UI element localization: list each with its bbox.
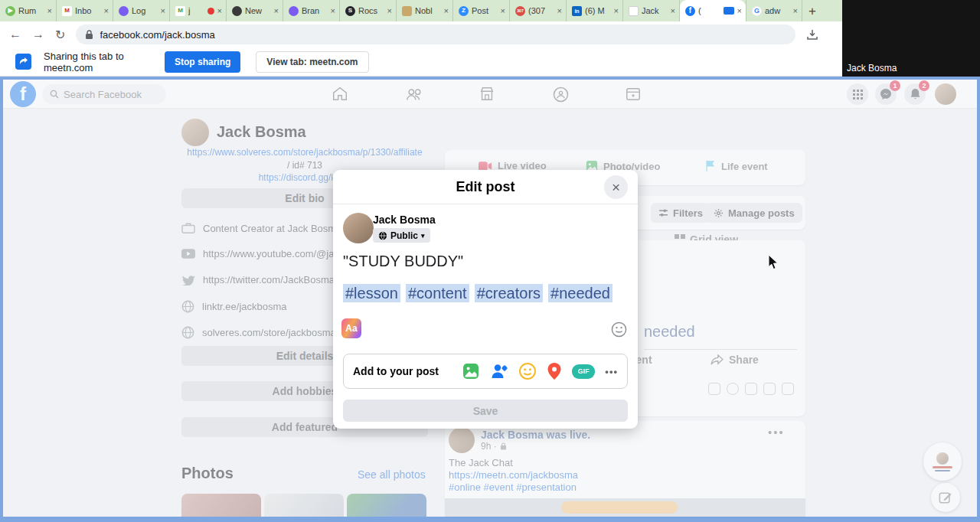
tab-jack[interactable]: Jack × — [623, 0, 680, 21]
lock-icon — [85, 30, 93, 40]
tab-rocs[interactable]: S Rocs × — [340, 0, 397, 21]
post-hashtag-tail[interactable]: needed — [644, 323, 695, 341]
photo-thumbnail[interactable] — [181, 494, 261, 517]
hashtag[interactable]: #creators — [475, 284, 543, 302]
floating-logo-badge[interactable] — [923, 442, 962, 481]
nav-groups-icon[interactable] — [550, 84, 571, 104]
camera-icon[interactable] — [745, 383, 757, 395]
search-input[interactable]: Search Facebook — [42, 84, 166, 104]
edit-post-modal: Edit post × Jack Bosma Public ▾ "STUDY B… — [333, 170, 638, 429]
reload-button[interactable]: ↻ — [55, 28, 65, 42]
tab-inbox[interactable]: M Inbo × — [57, 0, 113, 21]
tab-facebook-active[interactable]: f ( × — [680, 0, 746, 21]
manage-posts-button[interactable]: Manage posts — [706, 203, 802, 223]
post-text-line: The Jack Chat — [449, 457, 513, 468]
back-button[interactable]: ← — [9, 28, 21, 41]
close-icon[interactable]: × — [557, 6, 562, 15]
check-in-location-icon[interactable] — [547, 362, 562, 380]
tab-linkedin[interactable]: in (6) M × — [567, 0, 623, 21]
close-icon[interactable]: × — [444, 6, 449, 15]
profile-avatar[interactable] — [935, 83, 956, 105]
emoji-picker-icon[interactable] — [611, 321, 627, 338]
video-call-overlay: Jack Bosma — [842, 0, 980, 77]
tab-post[interactable]: Z Post × — [453, 0, 510, 21]
close-icon[interactable]: × — [614, 6, 619, 15]
tab-login[interactable]: Log × — [113, 0, 170, 21]
see-all-photos-link[interactable]: See all photos — [358, 468, 426, 481]
nav-friends-icon[interactable] — [403, 84, 425, 104]
share-button[interactable]: Share — [710, 354, 759, 366]
close-button[interactable]: × — [604, 175, 628, 199]
more-options-icon[interactable]: ••• — [605, 366, 618, 377]
text-style-button[interactable]: Aa — [341, 318, 361, 338]
tab-sharing-banner: Sharing this tab to meetn.com Stop shari… — [0, 47, 842, 77]
close-icon[interactable]: × — [737, 6, 742, 15]
menu-grid-icon[interactable] — [847, 83, 868, 105]
tab-meetn-recording[interactable]: M j × — [170, 0, 227, 21]
messenger-badge: 1 — [890, 80, 900, 91]
hashtag[interactable]: #content — [406, 284, 469, 302]
close-icon[interactable]: × — [671, 6, 675, 15]
close-icon[interactable]: × — [793, 6, 798, 15]
tab-title: New — [245, 6, 271, 15]
new-tab-button[interactable]: + — [802, 2, 822, 21]
post-hashtags[interactable]: #online #event #presentation — [449, 481, 577, 493]
close-icon[interactable]: × — [387, 6, 392, 15]
gif-icon[interactable] — [763, 383, 776, 395]
messenger-icon[interactable]: 1 — [875, 83, 897, 105]
close-icon[interactable]: × — [501, 6, 505, 15]
close-icon[interactable]: × — [274, 6, 279, 15]
post-link[interactable]: https://meetn.com/jackbosma — [449, 469, 578, 481]
tag-people-icon[interactable] — [490, 362, 508, 380]
hashtag[interactable]: #needed — [548, 284, 612, 302]
tab-rumble[interactable]: ▶ Rum × — [0, 0, 57, 21]
view-tab-button[interactable]: View tab: meetn.com — [256, 51, 368, 73]
nav-gaming-icon[interactable] — [622, 84, 644, 104]
search-icon — [50, 90, 59, 99]
close-icon[interactable]: × — [104, 6, 109, 15]
feeling-activity-icon[interactable] — [518, 362, 537, 380]
compose-fab[interactable] — [931, 483, 960, 512]
filters-button[interactable]: Filters — [651, 203, 710, 223]
download-icon[interactable] — [806, 28, 818, 41]
nav-marketplace-icon[interactable] — [476, 84, 498, 104]
divider — [644, 349, 797, 350]
tab-title: Log — [132, 6, 158, 15]
close-icon[interactable]: × — [331, 6, 335, 15]
stop-sharing-button[interactable]: Stop sharing — [165, 51, 240, 73]
profile-small-avatar[interactable] — [181, 119, 209, 146]
sticker-icon[interactable] — [708, 383, 720, 395]
attachment-action-button[interactable] — [561, 501, 678, 514]
post-hashtags[interactable]: #lesson#content#creators#needed — [343, 285, 618, 302]
privacy-selector[interactable]: Public ▾ — [373, 228, 430, 243]
emoji-icon[interactable] — [727, 383, 739, 395]
tab-adwords[interactable]: G adw × — [746, 0, 802, 21]
close-icon[interactable]: × — [217, 6, 222, 15]
gif-button[interactable]: GIF — [572, 364, 595, 379]
notifications-bell-icon[interactable]: 2 — [904, 83, 926, 105]
forward-button[interactable]: → — [32, 28, 44, 41]
tab-brand[interactable]: Bran × — [283, 0, 340, 21]
close-icon[interactable]: × — [161, 6, 165, 15]
post-author-avatar[interactable] — [449, 427, 475, 453]
tab-noble[interactable]: Nobl × — [397, 0, 453, 21]
photo-thumbnail[interactable] — [264, 494, 344, 517]
tab-new[interactable]: New × — [227, 0, 283, 21]
bio-link[interactable]: https://www.solveres.com/store/jackbosma… — [181, 147, 428, 158]
sticker-pack-icon[interactable] — [782, 383, 794, 395]
hashtag[interactable]: #lesson — [343, 284, 400, 302]
post-author-title[interactable]: Jack Bosma was live. — [481, 429, 590, 441]
life-event-button[interactable]: Life event — [704, 160, 768, 172]
post-text[interactable]: "STUDY BUDDY" — [343, 253, 463, 270]
facebook-logo-icon[interactable]: f — [10, 81, 36, 107]
tab-307[interactable]: 307 (307 × — [510, 0, 567, 21]
modal-title: Edit post — [333, 170, 638, 204]
post-more-icon[interactable]: ••• — [768, 426, 785, 439]
nav-home-icon[interactable] — [329, 84, 351, 104]
photo-thumbnail[interactable] — [347, 494, 426, 517]
photo-video-icon[interactable] — [462, 362, 480, 380]
close-icon[interactable]: × — [47, 6, 52, 15]
save-button[interactable]: Save — [343, 400, 628, 422]
url-bar[interactable]: facebook.com/jack.bosma — [76, 24, 795, 44]
url-text: facebook.com/jack.bosma — [100, 29, 214, 41]
